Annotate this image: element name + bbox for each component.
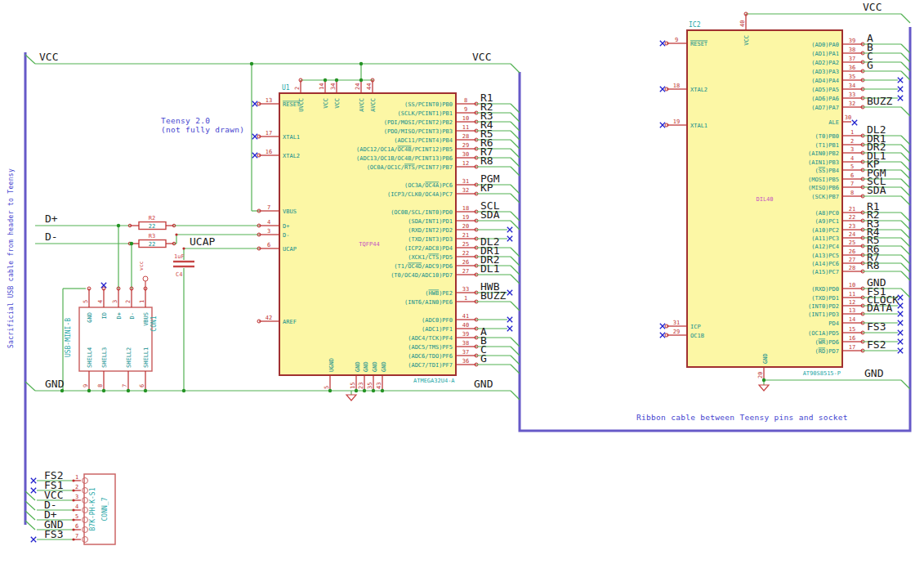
- note-teensy-line2: (not fully drawn): [161, 125, 244, 134]
- wire-bus-entry: [511, 167, 520, 176]
- chip-reference: IC2: [689, 21, 701, 29]
- chip-body-U1: [279, 93, 456, 375]
- chip-part-name: AT90S8515-P: [803, 370, 841, 377]
- pin-number: 38: [462, 340, 469, 347]
- no-connect-x: [898, 87, 903, 92]
- wire-bus-entry: [901, 145, 910, 154]
- note-teensy: Teensy 2.0 (not fully drawn): [161, 116, 244, 134]
- pin-name: (A8)PC0: [815, 210, 839, 217]
- gnd-symbol: [759, 385, 769, 391]
- pin-number: 25: [849, 239, 855, 246]
- pin-number: 27: [849, 257, 855, 263]
- pin-number: 30: [462, 151, 469, 158]
- header-connector-part-name: B7K-PH-K-S1: [89, 487, 96, 530]
- pin-number: 8: [464, 97, 467, 104]
- pin-number: 3: [267, 228, 270, 235]
- header-pin-circle: [83, 508, 88, 513]
- wire-dot: [182, 247, 185, 249]
- pin-number: 37: [462, 349, 469, 356]
- pin-name: (OC0B/SCL/INT0)PD0: [391, 209, 453, 216]
- pin-name: (T0)PB0: [815, 133, 839, 140]
- no-connect-x: [660, 123, 665, 128]
- pin-number: 32: [462, 187, 469, 194]
- pin-number: 20: [462, 223, 469, 230]
- header-pin-circle: [83, 527, 88, 533]
- pin-name: (A12)PC4: [811, 244, 839, 250]
- junction-dot: [372, 389, 375, 392]
- net-label: D-: [45, 231, 58, 243]
- pin-name: VCC: [334, 98, 341, 109]
- junction-dot: [182, 389, 185, 392]
- pin-name: (INT6/AIN0)PE6: [404, 299, 453, 306]
- pin-number: 4: [267, 219, 270, 226]
- wire-bus-entry: [901, 136, 910, 145]
- pin-number: 41: [462, 313, 469, 320]
- wire-bus-entry: [25, 521, 35, 530]
- pin-name: (ADC1)PF1: [422, 326, 453, 333]
- pin-number: 12: [849, 299, 855, 306]
- pin-name: (PDI/MOSI/PCINT2)PB2: [384, 119, 453, 126]
- wire-bus-entry: [25, 511, 35, 520]
- pin-name: PD4: [828, 320, 839, 327]
- pin-name: (ADC13/OC1B/OC4B/PCINT13)PB6: [356, 155, 453, 162]
- pin-number: 14: [849, 316, 855, 323]
- net-label: FS3: [867, 320, 886, 333]
- pin-name: (A14)PC6: [811, 261, 839, 267]
- junction-dot: [130, 242, 133, 245]
- pin-number: 10: [462, 115, 469, 122]
- wire-bus-entry: [511, 302, 520, 311]
- net-label: SDA: [867, 184, 886, 196]
- resistor-value: 22: [149, 241, 155, 248]
- pin-number: 3: [75, 494, 78, 500]
- pin-name: AVCC: [370, 98, 377, 112]
- junction-dot: [381, 389, 384, 392]
- net-label: VCC: [472, 51, 491, 63]
- pin-number: 22: [462, 250, 469, 257]
- no-connect-x: [31, 478, 36, 483]
- junction-dot: [127, 389, 130, 392]
- pin-name: (AD0)PA0: [811, 42, 839, 48]
- pin-name: VBUS: [143, 312, 150, 326]
- pin-number: 35: [367, 383, 373, 389]
- wire-bus-entry: [901, 213, 910, 222]
- wire-bus-entry: [511, 338, 520, 347]
- pin-number: 38: [849, 47, 855, 53]
- pin-number: 22: [849, 214, 855, 221]
- pin-number: 25: [462, 241, 469, 248]
- pin-name: (AIN1)PB3: [808, 159, 839, 166]
- pin-number: 12: [462, 160, 469, 167]
- junction-dot: [363, 389, 366, 392]
- pin-name: (ICP3/CLK0/OC4A)PC7: [387, 191, 453, 198]
- pin-number: 30: [845, 114, 851, 121]
- pin-name: (ADC7/TDI)PF7: [408, 362, 453, 369]
- pin-number: 28: [462, 133, 469, 140]
- net-label: VCC: [39, 51, 58, 63]
- pin-name: SHELL2: [126, 347, 132, 368]
- junction-dot: [355, 389, 358, 392]
- schematic-canvas: U1ATMEGA32U4-ATQFP4413RESET17XTAL116XTAL…: [0, 0, 924, 564]
- pin-name: (MISO)PB6: [808, 185, 839, 191]
- pin-number: 6: [139, 384, 145, 387]
- pin-name: (A10)PC2: [811, 227, 839, 234]
- wire-bus-entry: [511, 194, 520, 203]
- pin-name: AREF: [283, 319, 297, 325]
- pin-number: 34: [330, 83, 337, 90]
- pin-name: RESET: [690, 41, 708, 47]
- chip-package-name: TQFP44: [359, 241, 379, 248]
- pin-name: (T1/OC4D/ADC9)PD6: [394, 263, 453, 270]
- pin-number: 7: [122, 384, 128, 387]
- wire-bus-entry: [511, 248, 520, 257]
- pin-name: D-: [129, 312, 136, 319]
- pin-number: 31: [462, 178, 469, 185]
- header-pin-circle: [83, 478, 88, 484]
- pin-number: 36: [849, 65, 855, 71]
- wire-bus-entry: [901, 162, 910, 171]
- pin-number: 14: [319, 83, 325, 90]
- pin-name: (OC3A/OC4A)PC6: [404, 182, 453, 189]
- pin-name: (ADC11/PCINT4)PB4: [394, 137, 453, 144]
- pin-number: 18: [462, 205, 469, 212]
- header-connector-reference: CONN_7: [101, 497, 109, 521]
- junction-dot: [359, 78, 363, 82]
- wire-bus-entry: [25, 491, 35, 500]
- net-label: BUZZ: [480, 289, 506, 302]
